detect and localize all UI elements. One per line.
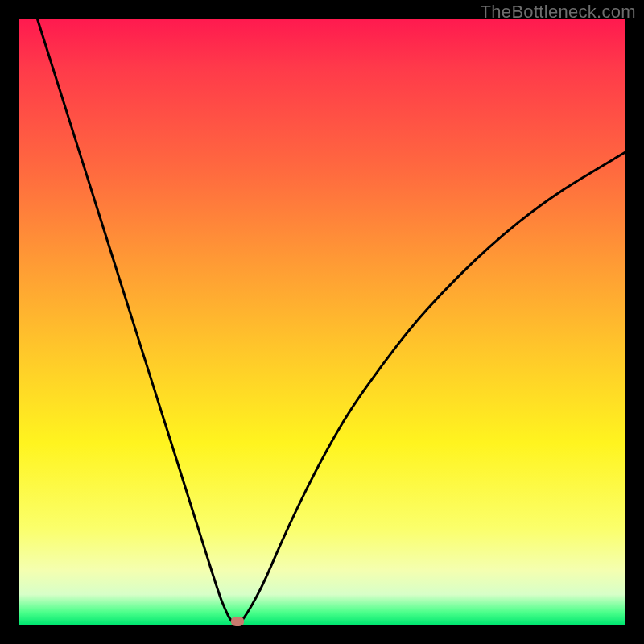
minimum-point-marker: [231, 617, 244, 626]
bottleneck-curve: [19, 19, 625, 625]
curve-path: [38, 19, 625, 624]
chart-frame: TheBottleneck.com: [0, 0, 644, 644]
plot-area: [19, 19, 625, 625]
